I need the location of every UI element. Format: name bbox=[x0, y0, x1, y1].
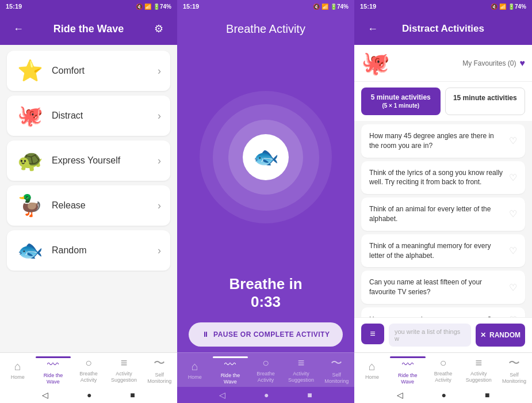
circle-center: 🐟 bbox=[243, 134, 289, 180]
nav-activity-3[interactable]: ≡ ActivitySuggestion bbox=[461, 353, 496, 387]
activity-tabs: 5 minute activities(5 × 1 minute) 15 min… bbox=[354, 82, 532, 121]
menu-item-comfort[interactable]: ⭐ Comfort › bbox=[7, 51, 170, 91]
bottom-nav-1: ⌂ Home 〰 Ride theWave ○ BreatheActivity … bbox=[0, 352, 177, 387]
heart-icon-2[interactable]: ♡ bbox=[509, 208, 517, 219]
write-input[interactable]: you write a list of things w bbox=[389, 324, 471, 347]
bottom-nav-2: ⌂ Home 〰 Ride theWave ○ BreatheActivity … bbox=[177, 352, 354, 387]
list-item[interactable]: Think of an animal for every letter of t… bbox=[361, 197, 525, 231]
circle-mid: 🐟 bbox=[213, 104, 319, 211]
heart-icon-0[interactable]: ♡ bbox=[509, 135, 517, 146]
activity-text-4: Can you name at least fifteen of your fa… bbox=[369, 277, 503, 297]
panel-ride-the-wave: 15:19 🔇 📶 🔋74% ← Ride the Wave ⚙ ⭐ Comfo… bbox=[0, 0, 177, 403]
status-bar-1: 15:19 🔇 📶 🔋74% bbox=[0, 0, 177, 13]
breathe-timer: 0:33 bbox=[189, 293, 343, 311]
nav-home-2[interactable]: ⌂ Home bbox=[177, 353, 213, 387]
back-sys-btn-2[interactable]: ◁ bbox=[219, 390, 225, 400]
nav-home-label-3: Home bbox=[365, 374, 379, 381]
breathe-icon-1: ○ bbox=[85, 356, 92, 370]
release-icon: 🦆 bbox=[16, 193, 44, 218]
nav-activity-2[interactable]: ≡ ActivitySuggestion bbox=[284, 353, 319, 387]
list-item[interactable]: Think of the lyrics of a song you know r… bbox=[361, 161, 525, 195]
menu-item-random[interactable]: 🐟 Random › bbox=[7, 230, 170, 271]
nav-self-label-2: SelfMonitoring bbox=[324, 372, 349, 385]
list-item[interactable]: How many 45 degree angles are there in t… bbox=[361, 124, 525, 158]
breathe-animation: 🐟 bbox=[177, 45, 354, 269]
home-sys-btn-2[interactable]: ● bbox=[264, 390, 269, 400]
back-button-1[interactable]: ← bbox=[9, 20, 28, 38]
tab-5min[interactable]: 5 minute activities(5 × 1 minute) bbox=[361, 88, 441, 115]
pause-button[interactable]: ⏸ PAUSE OR COMPLETE ACTIVITY bbox=[189, 322, 343, 347]
list-item[interactable]: How many superheroes can you name? ♡ bbox=[361, 307, 525, 317]
menu-list: ⭐ Comfort › 🐙 Distract › 🐢 Express Yours… bbox=[0, 45, 177, 352]
nav-home-3[interactable]: ⌂ Home bbox=[354, 353, 390, 387]
menu-item-release[interactable]: 🦆 Release › bbox=[7, 185, 170, 226]
chevron-right-icon-5: › bbox=[158, 245, 161, 257]
settings-button[interactable]: ⚙ bbox=[150, 20, 168, 38]
page-title-1: Ride the Wave bbox=[53, 23, 124, 35]
status-icons-3: 🔇 📶 🔋74% bbox=[491, 3, 526, 10]
status-time-1: 15:19 bbox=[6, 3, 22, 10]
header-2: Breathe Activity bbox=[177, 13, 354, 45]
menu-item-distract[interactable]: 🐙 Distract › bbox=[7, 96, 170, 136]
nav-self-1[interactable]: 〜 SelfMonitoring bbox=[141, 353, 177, 387]
nav-self-3[interactable]: 〜 SelfMonitoring bbox=[496, 353, 532, 387]
header-3: ← Distract Activities bbox=[354, 13, 532, 45]
back-sys-btn-3[interactable]: ◁ bbox=[397, 390, 403, 400]
favourites-heart-icon[interactable]: ♥ bbox=[520, 58, 526, 69]
breathe-label: Breathe in bbox=[189, 275, 343, 293]
home-sys-btn-1[interactable]: ● bbox=[87, 390, 91, 400]
back-sys-btn-1[interactable]: ◁ bbox=[42, 390, 48, 400]
nav-self-2[interactable]: 〜 SelfMonitoring bbox=[319, 353, 354, 387]
nav-ride-1[interactable]: 〰 Ride theWave bbox=[36, 353, 71, 387]
recent-sys-btn-2[interactable]: ■ bbox=[307, 390, 312, 400]
chevron-right-icon-4: › bbox=[158, 200, 161, 212]
nav-activity-label-1: ActivitySuggestion bbox=[111, 371, 137, 383]
nav-activity-1[interactable]: ≡ ActivitySuggestion bbox=[106, 353, 142, 387]
recent-sys-btn-3[interactable]: ■ bbox=[485, 390, 489, 400]
home-sys-btn-3[interactable]: ● bbox=[442, 390, 446, 400]
back-button-3[interactable]: ← bbox=[363, 20, 382, 38]
nav-ride-3[interactable]: 〰 Ride theWave bbox=[390, 353, 426, 387]
tab-15min[interactable]: 15 minute activities bbox=[445, 88, 526, 115]
system-bar-1: ◁ ● ■ bbox=[0, 387, 177, 403]
random-icon: 🐟 bbox=[16, 238, 44, 263]
nav-home-label-2: Home bbox=[188, 374, 202, 381]
nav-self-label-1: SelfMonitoring bbox=[147, 372, 171, 385]
fish-icon: 🐟 bbox=[253, 145, 279, 169]
bottom-nav-3: ⌂ Home 〰 Ride theWave ○ BreatheActivity … bbox=[354, 352, 532, 387]
list-item[interactable]: Think of a meaningful memory for every l… bbox=[361, 234, 525, 268]
activities-list: How many 45 degree angles are there in t… bbox=[354, 121, 532, 317]
list-button[interactable]: ≡ bbox=[361, 324, 384, 344]
heart-icon-4[interactable]: ♡ bbox=[509, 282, 517, 293]
nav-breathe-2[interactable]: ○ BreatheActivity bbox=[248, 353, 284, 387]
home-icon-3: ⌂ bbox=[369, 360, 376, 373]
status-time-3: 15:19 bbox=[360, 3, 376, 10]
status-icons-1: 🔇 📶 🔋74% bbox=[136, 3, 171, 10]
nav-home-1[interactable]: ⌂ Home bbox=[0, 353, 36, 387]
nav-ride-2[interactable]: 〰 Ride theWave bbox=[213, 353, 248, 387]
tab-15min-label: 15 minute activities bbox=[453, 94, 517, 102]
home-icon: ⌂ bbox=[14, 360, 21, 373]
nav-breathe-3[interactable]: ○ BreatheActivity bbox=[426, 353, 461, 387]
chevron-right-icon-2: › bbox=[158, 110, 161, 122]
activity-text-2: Think of an animal for every letter of t… bbox=[369, 204, 503, 224]
menu-label-comfort: Comfort bbox=[52, 66, 150, 76]
heart-icon-1[interactable]: ♡ bbox=[509, 172, 517, 183]
chevron-right-icon-3: › bbox=[158, 155, 161, 167]
nav-ride-label-2: Ride theWave bbox=[221, 372, 240, 385]
panel-breathe-activity: 15:19 🔇 📶 🔋74% Breathe Activity 🐟 Breath… bbox=[177, 0, 354, 403]
breathe-text-area: Breathe in 0:33 bbox=[177, 269, 354, 322]
heart-icon-3[interactable]: ♡ bbox=[509, 245, 517, 256]
menu-label-release: Release bbox=[52, 200, 150, 211]
recent-sys-btn-1[interactable]: ■ bbox=[130, 390, 135, 400]
menu-item-express[interactable]: 🐢 Express Yourself › bbox=[7, 140, 170, 181]
nav-breathe-1[interactable]: ○ BreatheActivity bbox=[71, 353, 106, 387]
random-button[interactable]: ✕ RANDOM bbox=[476, 324, 525, 347]
menu-label-distract: Distract bbox=[52, 111, 150, 121]
octopus-character: 🐙 bbox=[361, 50, 390, 77]
favourites-label: My Favourites (0) bbox=[462, 59, 516, 67]
wave-icon-1: 〰 bbox=[47, 358, 59, 371]
system-bar-2: ◁ ● ■ bbox=[177, 387, 354, 403]
list-item[interactable]: Can you name at least fifteen of your fa… bbox=[361, 271, 525, 304]
nav-self-label-3: SelfMonitoring bbox=[502, 372, 526, 385]
